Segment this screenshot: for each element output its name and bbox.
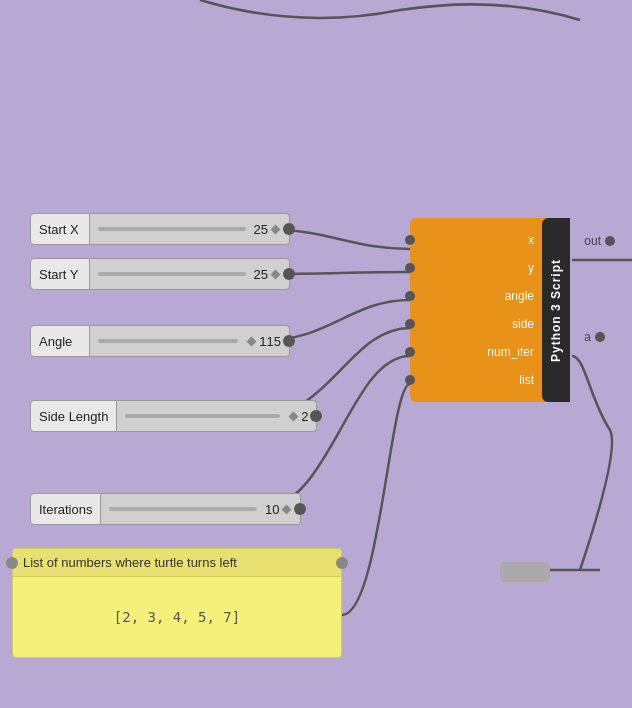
port-dot-angle [405,291,415,301]
start-x-label: Start X [30,213,90,245]
side-length-value: 2 [288,409,308,424]
list-node-body: [2, 3, 4, 5, 7] [13,577,341,657]
side-length-diamond-left [289,411,299,421]
python-port-side: side [410,310,542,338]
angle-node: Angle 115 [30,325,290,357]
resistor [500,562,550,582]
iterations-value: 10 [265,502,292,517]
start-x-connector-right [283,223,295,235]
port-dot-y [405,263,415,273]
angle-label: Angle [30,325,90,357]
python-port-y: y [410,254,542,282]
start-y-bar [98,272,246,276]
top-wire-svg [0,0,632,60]
port-dot-list [405,375,415,385]
side-length-slider[interactable]: 2 [117,400,317,432]
angle-diamond-left [247,336,257,346]
python-port-list: list [410,366,542,394]
port-dot-side [405,319,415,329]
out-dot [605,236,615,246]
start-y-connector-right [283,268,295,280]
port-dot-num-iter [405,347,415,357]
python-script-node: x y angle side num_iter [410,218,570,402]
python-label: Python 3 Script [542,218,570,402]
port-dot-x [405,235,415,245]
python-node-body: x y angle side num_iter [410,218,570,402]
start-y-slider[interactable]: 25 [90,258,290,290]
iterations-node: Iterations 10 [30,493,301,525]
iterations-label: Iterations [30,493,101,525]
python-port-x: x [410,226,542,254]
start-x-value: 25 [254,222,281,237]
side-length-bar [125,414,280,418]
angle-connector-right [283,335,295,347]
start-y-node: Start Y 25 [30,258,290,290]
start-x-node: Start X 25 [30,213,290,245]
start-y-label: Start Y [30,258,90,290]
list-node-title: List of numbers where turtle turns left [13,549,341,577]
list-node: List of numbers where turtle turns left … [12,548,342,658]
side-length-node: Side Length 2 [30,400,317,432]
start-y-value: 25 [254,267,281,282]
side-length-connector-right [310,410,322,422]
python-port-num-iter: num_iter [410,338,542,366]
angle-value: 115 [246,334,281,349]
python-port-angle: angle [410,282,542,310]
iterations-slider[interactable]: 10 [101,493,301,525]
list-connector-left [6,557,18,569]
python-inputs: x y angle side num_iter [410,218,542,402]
iterations-connector-right [294,503,306,515]
python-output-a: a [584,330,615,344]
python-output-out: out [584,234,615,248]
a-dot [595,332,605,342]
start-x-slider[interactable]: 25 [90,213,290,245]
angle-slider[interactable]: 115 [90,325,290,357]
iterations-diamond [282,504,292,514]
start-x-diamond [271,224,281,234]
canvas: Start X 25 Start Y 25 Angle [0,0,632,708]
start-x-bar [98,227,246,231]
side-length-label: Side Length [30,400,117,432]
iterations-bar [109,507,257,511]
list-connector-right [336,557,348,569]
start-y-diamond [271,269,281,279]
angle-bar [98,339,238,343]
